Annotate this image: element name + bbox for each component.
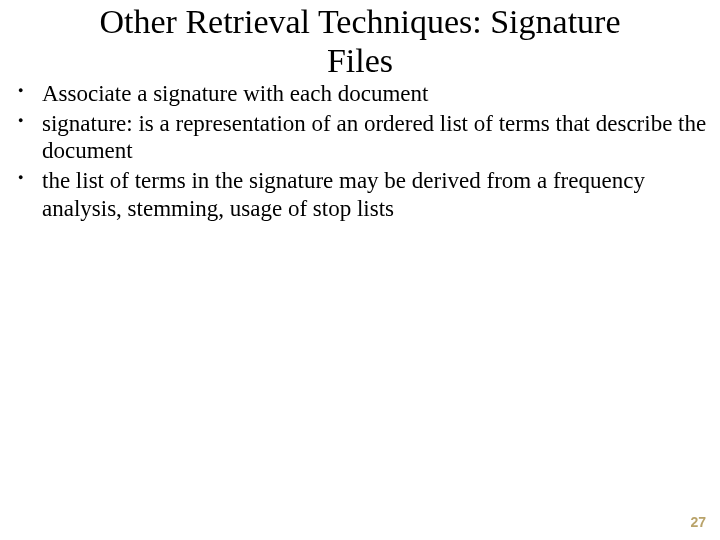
title-line-1: Other Retrieval Techniques: Signature xyxy=(99,3,620,40)
list-item: Associate a signature with each document xyxy=(12,80,708,108)
page-number: 27 xyxy=(690,514,706,530)
list-item: the list of terms in the signature may b… xyxy=(12,167,708,222)
bullet-text: the list of terms in the signature may b… xyxy=(42,168,645,221)
list-item: signature: is a representation of an ord… xyxy=(12,110,708,165)
bullet-text: Associate a signature with each document xyxy=(42,81,428,106)
bullet-list: Associate a signature with each document… xyxy=(12,80,708,222)
slide-body: Associate a signature with each document… xyxy=(0,80,720,222)
title-line-2: Files xyxy=(327,42,393,79)
bullet-text: signature: is a representation of an ord… xyxy=(42,111,706,164)
slide: Other Retrieval Techniques: Signature Fi… xyxy=(0,0,720,540)
slide-title: Other Retrieval Techniques: Signature Fi… xyxy=(0,0,720,80)
